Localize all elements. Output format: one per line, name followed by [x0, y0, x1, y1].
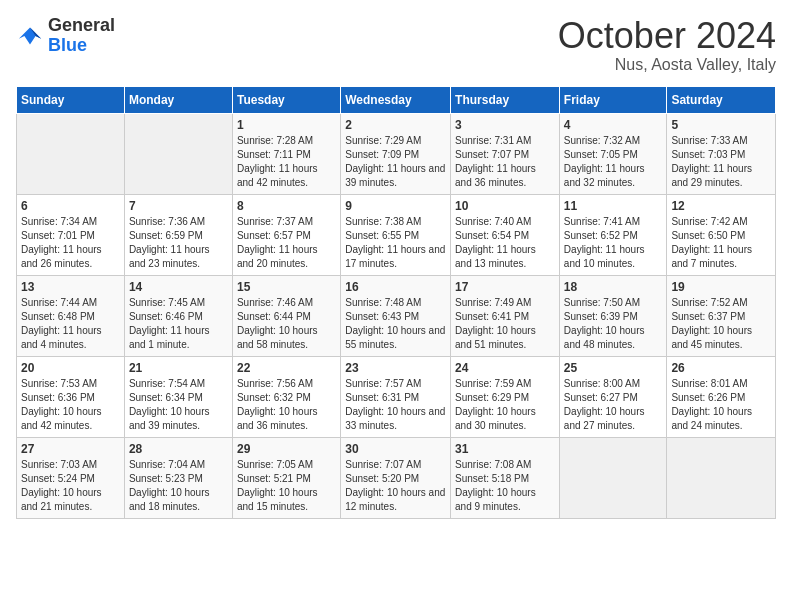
day-info: Sunrise: 7:40 AMSunset: 6:54 PMDaylight:… — [455, 215, 555, 271]
weekday-header-cell: Thursday — [451, 86, 560, 113]
calendar-day-cell — [667, 437, 776, 518]
day-number: 5 — [671, 118, 771, 132]
day-number: 6 — [21, 199, 120, 213]
calendar-day-cell: 29Sunrise: 7:05 AMSunset: 5:21 PMDayligh… — [232, 437, 340, 518]
day-info: Sunrise: 7:32 AMSunset: 7:05 PMDaylight:… — [564, 134, 663, 190]
day-info: Sunrise: 7:41 AMSunset: 6:52 PMDaylight:… — [564, 215, 663, 271]
day-number: 3 — [455, 118, 555, 132]
day-number: 4 — [564, 118, 663, 132]
day-info: Sunrise: 7:34 AMSunset: 7:01 PMDaylight:… — [21, 215, 120, 271]
calendar-day-cell: 11Sunrise: 7:41 AMSunset: 6:52 PMDayligh… — [559, 194, 667, 275]
day-number: 8 — [237, 199, 336, 213]
day-number: 30 — [345, 442, 446, 456]
day-info: Sunrise: 7:48 AMSunset: 6:43 PMDaylight:… — [345, 296, 446, 352]
weekday-header-cell: Wednesday — [341, 86, 451, 113]
calendar-day-cell: 31Sunrise: 7:08 AMSunset: 5:18 PMDayligh… — [451, 437, 560, 518]
calendar-day-cell: 20Sunrise: 7:53 AMSunset: 6:36 PMDayligh… — [17, 356, 125, 437]
calendar-week-row: 27Sunrise: 7:03 AMSunset: 5:24 PMDayligh… — [17, 437, 776, 518]
day-number: 27 — [21, 442, 120, 456]
day-number: 14 — [129, 280, 228, 294]
day-number: 29 — [237, 442, 336, 456]
calendar-day-cell: 19Sunrise: 7:52 AMSunset: 6:37 PMDayligh… — [667, 275, 776, 356]
calendar-day-cell: 24Sunrise: 7:59 AMSunset: 6:29 PMDayligh… — [451, 356, 560, 437]
day-number: 1 — [237, 118, 336, 132]
month-title: October 2024 — [558, 16, 776, 56]
calendar-day-cell — [124, 113, 232, 194]
calendar-day-cell: 12Sunrise: 7:42 AMSunset: 6:50 PMDayligh… — [667, 194, 776, 275]
calendar-day-cell: 5Sunrise: 7:33 AMSunset: 7:03 PMDaylight… — [667, 113, 776, 194]
calendar-body: 1Sunrise: 7:28 AMSunset: 7:11 PMDaylight… — [17, 113, 776, 518]
title-area: October 2024 Nus, Aosta Valley, Italy — [558, 16, 776, 74]
calendar-day-cell: 28Sunrise: 7:04 AMSunset: 5:23 PMDayligh… — [124, 437, 232, 518]
calendar-day-cell: 6Sunrise: 7:34 AMSunset: 7:01 PMDaylight… — [17, 194, 125, 275]
calendar-day-cell: 3Sunrise: 7:31 AMSunset: 7:07 PMDaylight… — [451, 113, 560, 194]
day-info: Sunrise: 7:49 AMSunset: 6:41 PMDaylight:… — [455, 296, 555, 352]
day-number: 21 — [129, 361, 228, 375]
calendar-day-cell: 15Sunrise: 7:46 AMSunset: 6:44 PMDayligh… — [232, 275, 340, 356]
weekday-header-cell: Saturday — [667, 86, 776, 113]
day-info: Sunrise: 7:28 AMSunset: 7:11 PMDaylight:… — [237, 134, 336, 190]
calendar-header: General Blue October 2024 Nus, Aosta Val… — [16, 16, 776, 74]
day-number: 22 — [237, 361, 336, 375]
day-number: 7 — [129, 199, 228, 213]
day-info: Sunrise: 8:00 AMSunset: 6:27 PMDaylight:… — [564, 377, 663, 433]
calendar-day-cell: 14Sunrise: 7:45 AMSunset: 6:46 PMDayligh… — [124, 275, 232, 356]
calendar-week-row: 13Sunrise: 7:44 AMSunset: 6:48 PMDayligh… — [17, 275, 776, 356]
day-info: Sunrise: 7:45 AMSunset: 6:46 PMDaylight:… — [129, 296, 228, 352]
day-number: 11 — [564, 199, 663, 213]
day-info: Sunrise: 7:08 AMSunset: 5:18 PMDaylight:… — [455, 458, 555, 514]
day-number: 15 — [237, 280, 336, 294]
day-info: Sunrise: 7:37 AMSunset: 6:57 PMDaylight:… — [237, 215, 336, 271]
calendar-day-cell: 25Sunrise: 8:00 AMSunset: 6:27 PMDayligh… — [559, 356, 667, 437]
weekday-header-row: SundayMondayTuesdayWednesdayThursdayFrid… — [17, 86, 776, 113]
calendar-week-row: 6Sunrise: 7:34 AMSunset: 7:01 PMDaylight… — [17, 194, 776, 275]
calendar-day-cell: 13Sunrise: 7:44 AMSunset: 6:48 PMDayligh… — [17, 275, 125, 356]
day-info: Sunrise: 7:38 AMSunset: 6:55 PMDaylight:… — [345, 215, 446, 271]
weekday-header-cell: Sunday — [17, 86, 125, 113]
weekday-header-cell: Friday — [559, 86, 667, 113]
day-number: 24 — [455, 361, 555, 375]
day-info: Sunrise: 7:31 AMSunset: 7:07 PMDaylight:… — [455, 134, 555, 190]
calendar-day-cell: 9Sunrise: 7:38 AMSunset: 6:55 PMDaylight… — [341, 194, 451, 275]
calendar-day-cell: 1Sunrise: 7:28 AMSunset: 7:11 PMDaylight… — [232, 113, 340, 194]
calendar-day-cell: 26Sunrise: 8:01 AMSunset: 6:26 PMDayligh… — [667, 356, 776, 437]
calendar-day-cell: 27Sunrise: 7:03 AMSunset: 5:24 PMDayligh… — [17, 437, 125, 518]
day-number: 17 — [455, 280, 555, 294]
day-info: Sunrise: 7:56 AMSunset: 6:32 PMDaylight:… — [237, 377, 336, 433]
logo-bird-icon — [16, 22, 44, 50]
calendar-day-cell: 10Sunrise: 7:40 AMSunset: 6:54 PMDayligh… — [451, 194, 560, 275]
weekday-header-cell: Tuesday — [232, 86, 340, 113]
day-number: 18 — [564, 280, 663, 294]
day-info: Sunrise: 7:42 AMSunset: 6:50 PMDaylight:… — [671, 215, 771, 271]
day-info: Sunrise: 7:57 AMSunset: 6:31 PMDaylight:… — [345, 377, 446, 433]
day-info: Sunrise: 7:29 AMSunset: 7:09 PMDaylight:… — [345, 134, 446, 190]
calendar-day-cell: 17Sunrise: 7:49 AMSunset: 6:41 PMDayligh… — [451, 275, 560, 356]
day-info: Sunrise: 7:04 AMSunset: 5:23 PMDaylight:… — [129, 458, 228, 514]
day-info: Sunrise: 8:01 AMSunset: 6:26 PMDaylight:… — [671, 377, 771, 433]
calendar-day-cell: 2Sunrise: 7:29 AMSunset: 7:09 PMDaylight… — [341, 113, 451, 194]
day-number: 9 — [345, 199, 446, 213]
day-info: Sunrise: 7:46 AMSunset: 6:44 PMDaylight:… — [237, 296, 336, 352]
day-info: Sunrise: 7:59 AMSunset: 6:29 PMDaylight:… — [455, 377, 555, 433]
day-number: 31 — [455, 442, 555, 456]
day-number: 28 — [129, 442, 228, 456]
day-number: 25 — [564, 361, 663, 375]
day-number: 12 — [671, 199, 771, 213]
location-title: Nus, Aosta Valley, Italy — [558, 56, 776, 74]
day-info: Sunrise: 7:44 AMSunset: 6:48 PMDaylight:… — [21, 296, 120, 352]
day-number: 13 — [21, 280, 120, 294]
calendar-day-cell: 21Sunrise: 7:54 AMSunset: 6:34 PMDayligh… — [124, 356, 232, 437]
day-info: Sunrise: 7:03 AMSunset: 5:24 PMDaylight:… — [21, 458, 120, 514]
day-number: 10 — [455, 199, 555, 213]
day-number: 19 — [671, 280, 771, 294]
day-info: Sunrise: 7:50 AMSunset: 6:39 PMDaylight:… — [564, 296, 663, 352]
calendar-day-cell: 4Sunrise: 7:32 AMSunset: 7:05 PMDaylight… — [559, 113, 667, 194]
day-info: Sunrise: 7:05 AMSunset: 5:21 PMDaylight:… — [237, 458, 336, 514]
calendar-week-row: 20Sunrise: 7:53 AMSunset: 6:36 PMDayligh… — [17, 356, 776, 437]
day-info: Sunrise: 7:52 AMSunset: 6:37 PMDaylight:… — [671, 296, 771, 352]
calendar-day-cell: 7Sunrise: 7:36 AMSunset: 6:59 PMDaylight… — [124, 194, 232, 275]
calendar-day-cell: 16Sunrise: 7:48 AMSunset: 6:43 PMDayligh… — [341, 275, 451, 356]
day-info: Sunrise: 7:54 AMSunset: 6:34 PMDaylight:… — [129, 377, 228, 433]
day-number: 26 — [671, 361, 771, 375]
logo-text: General Blue — [48, 16, 115, 56]
